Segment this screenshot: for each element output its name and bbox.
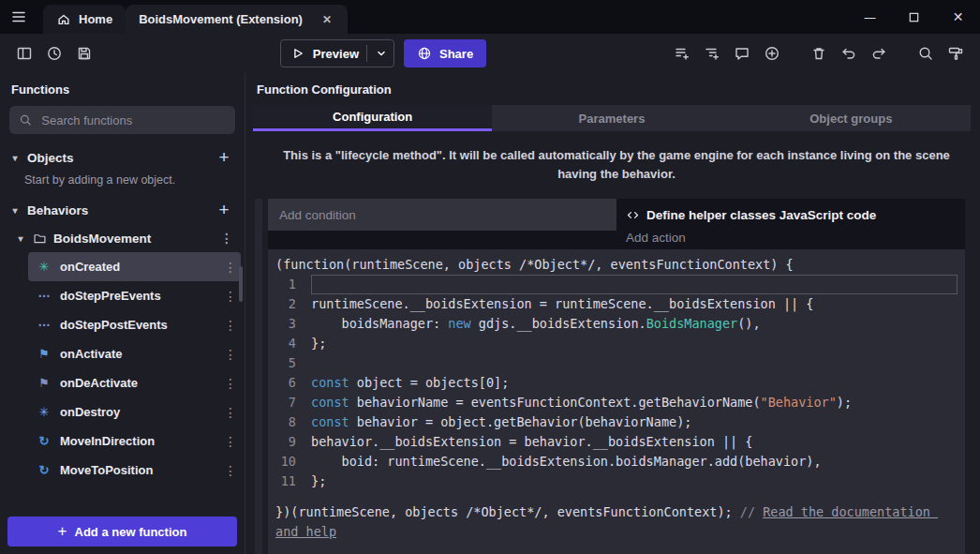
event-header: Add condition Define helper classes Java… — [268, 199, 965, 249]
on-destroy-icon — [36, 405, 52, 419]
function-label: onCreated — [60, 260, 215, 274]
add-behavior-button[interactable] — [213, 200, 235, 220]
folder-icon — [33, 232, 47, 246]
preview-button[interactable]: Preview — [280, 39, 394, 67]
function-list-item[interactable]: doStepPreEvents — [28, 281, 241, 310]
functions-tree: Objects Start by adding a new object. Be… — [0, 143, 245, 509]
function-list-item[interactable]: MoveInDirection — [28, 427, 241, 456]
share-button[interactable]: Share — [404, 39, 486, 67]
tab-home[interactable]: Home — [43, 5, 126, 34]
code-editor[interactable]: (function(runtimeScene, objects /*Object… — [268, 249, 965, 554]
kebab-menu-icon[interactable] — [222, 405, 239, 420]
theme-button[interactable] — [943, 40, 969, 67]
main-panel: Function Configuration Configuration Par… — [245, 73, 980, 554]
event-title-label: Define helper classes JavaScript code — [646, 208, 876, 222]
history-icon — [46, 45, 63, 62]
add-subevent-button[interactable] — [699, 40, 725, 67]
home-icon — [56, 12, 71, 27]
line-number: 1 — [275, 275, 311, 294]
kebab-menu-icon[interactable] — [222, 376, 239, 391]
function-list-item[interactable]: onDestroy — [28, 397, 241, 427]
tab-object-groups[interactable]: Object groups — [732, 105, 971, 131]
function-list-item[interactable]: onDeActivate — [28, 368, 241, 397]
add-object-button[interactable] — [213, 147, 235, 168]
conditions-column: Add condition — [268, 199, 616, 249]
add-function-button[interactable]: Add a new function — [7, 517, 237, 547]
function-list-item[interactable]: MoveToPosition — [28, 456, 241, 485]
hamburger-menu-button[interactable] — [0, 0, 37, 34]
search-input[interactable] — [39, 112, 226, 128]
behavior-group-boidsmovement[interactable]: BoidsMovement — [0, 224, 245, 252]
add-action-button[interactable]: Add action — [626, 227, 956, 247]
add-subevent-icon — [704, 45, 720, 62]
window-controls — [848, 0, 980, 34]
function-list-item[interactable]: onCreated — [28, 252, 241, 281]
kebab-menu-icon[interactable] — [222, 434, 239, 449]
chevron-down-icon — [15, 233, 26, 244]
line-content: runtimeScene.__boidsExtension = runtimeS… — [311, 294, 958, 314]
tab-configuration[interactable]: Configuration — [253, 105, 492, 131]
line-number: 11 — [275, 472, 311, 491]
add-condition-button[interactable]: Add condition — [268, 199, 616, 231]
search-box[interactable] — [9, 106, 235, 134]
javascript-code-icon — [626, 208, 640, 222]
close-tab-icon[interactable] — [319, 13, 334, 26]
kebab-menu-icon[interactable] — [218, 231, 235, 246]
function-list-item[interactable]: doStepPostEvents — [28, 310, 241, 339]
page-title: Function Configuration — [253, 73, 980, 105]
code-lines: 1 2 runtimeScene.__boidsExtension = runt… — [275, 275, 958, 491]
line-number: 9 — [275, 432, 311, 452]
config-tabs: Configuration Parameters Object groups — [253, 105, 971, 131]
search-icon — [917, 45, 934, 62]
function-label: onActivate — [60, 347, 215, 361]
on-created-icon — [36, 260, 52, 274]
toolbar-center: Preview Share — [280, 39, 486, 67]
code-line: 1 — [275, 275, 958, 294]
undo-button[interactable] — [836, 40, 862, 67]
tab-parameters[interactable]: Parameters — [492, 105, 731, 131]
toolbar-left-icons — [11, 40, 97, 67]
kebab-menu-icon[interactable] — [222, 318, 239, 333]
sidebar-title: Functions — [0, 73, 245, 104]
do-step-pre-events-icon — [36, 289, 52, 303]
event-block[interactable]: Add condition Define helper classes Java… — [268, 199, 965, 554]
section-behaviors[interactable]: Behaviors — [0, 196, 245, 224]
close-window-icon — [953, 9, 964, 24]
undo-icon — [840, 45, 857, 62]
section-objects[interactable]: Objects — [0, 143, 245, 172]
on-deactivate-icon — [36, 376, 52, 390]
kebab-menu-icon[interactable] — [222, 260, 239, 275]
tab-extension[interactable]: BoidsMovement (Extension) — [126, 5, 348, 34]
add-function-label: Add a new function — [75, 525, 187, 539]
add-other-button[interactable] — [759, 40, 785, 67]
search-button[interactable] — [913, 40, 939, 67]
code-line: 2 runtimeScene.__boidsExtension = runtim… — [275, 294, 958, 314]
line-number: 5 — [275, 353, 311, 373]
move-to-position-icon — [36, 463, 52, 477]
delete-button[interactable] — [806, 40, 832, 67]
function-list-item[interactable]: onActivate — [28, 339, 241, 368]
panels-button[interactable] — [11, 40, 37, 67]
comment-button[interactable] — [729, 40, 755, 67]
preview-divider — [366, 45, 367, 62]
sidebar-scrollbar-thumb[interactable] — [239, 266, 243, 302]
chevron-down-icon — [9, 153, 21, 163]
maximize-button[interactable] — [892, 0, 936, 34]
close-window-button[interactable] — [936, 0, 980, 34]
chevron-down-icon[interactable] — [375, 47, 388, 60]
do-step-post-events-icon — [36, 318, 52, 332]
redo-button[interactable] — [866, 40, 892, 67]
history-button[interactable] — [41, 40, 67, 67]
line-content: const object = objects[0]; — [311, 373, 958, 393]
on-activate-icon — [36, 347, 52, 361]
add-event-button[interactable] — [669, 40, 695, 67]
add-event-icon — [674, 45, 690, 62]
kebab-menu-icon[interactable] — [222, 347, 239, 362]
kebab-menu-icon[interactable] — [222, 289, 239, 304]
kebab-menu-icon[interactable] — [222, 463, 239, 478]
plus-icon — [58, 522, 67, 541]
code-footer-text: })(runtimeScene, objects /*Object*/, eve… — [275, 504, 740, 519]
minimize-button[interactable] — [848, 0, 892, 34]
event-drag-handle[interactable] — [255, 199, 262, 554]
save-button[interactable] — [71, 40, 97, 67]
